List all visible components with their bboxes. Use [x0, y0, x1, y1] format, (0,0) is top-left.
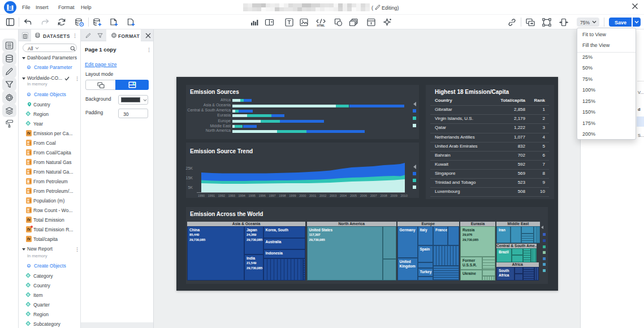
svg-text:2010: 2010 — [400, 194, 407, 197]
svg-text:2008: 2008 — [381, 194, 387, 197]
svg-text:2000: 2000 — [299, 194, 306, 197]
svg-text:2001: 2001 — [309, 194, 316, 197]
svg-text:2009: 2009 — [391, 194, 397, 197]
svg-text:HTML: HTML — [317, 24, 325, 27]
svg-text:2004: 2004 — [340, 194, 347, 197]
svg-text:1991: 1991 — [208, 194, 215, 197]
svg-text:1992: 1992 — [218, 194, 225, 197]
svg-text:2006: 2006 — [360, 194, 367, 197]
svg-text:1996: 1996 — [258, 194, 265, 197]
svg-text:1994: 1994 — [239, 194, 245, 197]
svg-text:1998: 1998 — [279, 194, 286, 197]
svg-text:2003: 2003 — [330, 194, 336, 197]
svg-text:1999: 1999 — [289, 194, 296, 197]
svg-text:1995: 1995 — [249, 194, 256, 197]
svg-text:2002: 2002 — [319, 194, 326, 197]
svg-text:1990: 1990 — [198, 194, 205, 197]
svg-text:2007: 2007 — [370, 194, 377, 197]
svg-text:2005: 2005 — [350, 194, 357, 197]
svg-text:1993: 1993 — [228, 194, 235, 197]
svg-text:1997: 1997 — [269, 194, 275, 197]
